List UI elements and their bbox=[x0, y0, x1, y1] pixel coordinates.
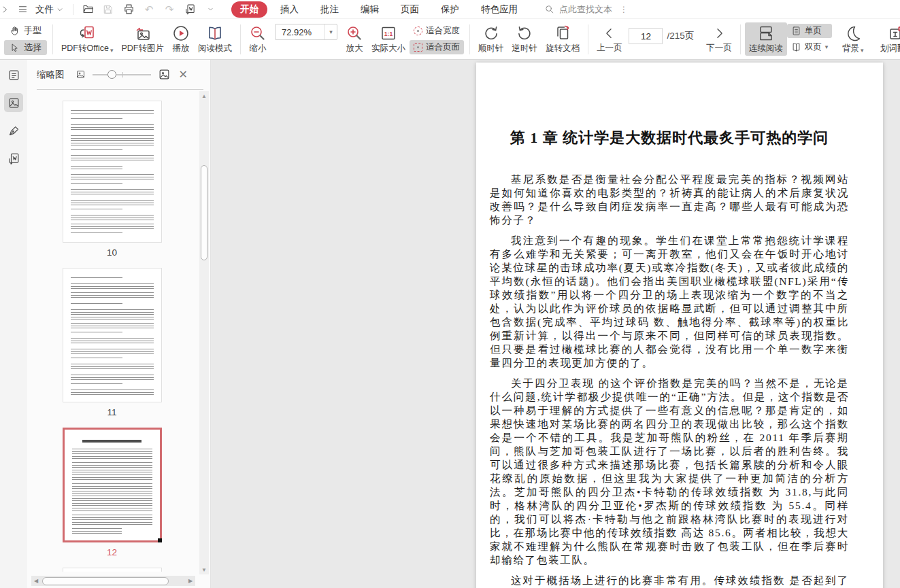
divider bbox=[52, 24, 53, 54]
scroll-down-icon[interactable]: ▼ bbox=[201, 565, 207, 574]
export-panel-icon[interactable] bbox=[4, 149, 23, 168]
thumbnail-smaller-icon[interactable] bbox=[76, 69, 86, 80]
actual-size-icon: 1:1 bbox=[380, 24, 397, 42]
zoom-in-icon bbox=[346, 24, 363, 42]
scrollbar-track[interactable] bbox=[199, 101, 209, 565]
pdf-to-office-button[interactable]: PDF转Office ▾ bbox=[57, 22, 117, 56]
more-options-icon[interactable]: ⋮ bbox=[620, 5, 628, 14]
outline-panel-icon[interactable] bbox=[4, 65, 23, 84]
pdf-to-image-icon bbox=[134, 24, 152, 42]
chevron-down-icon bbox=[56, 6, 63, 13]
play-icon bbox=[172, 24, 190, 42]
slider-handle[interactable] bbox=[107, 70, 116, 79]
save-icon[interactable] bbox=[99, 2, 117, 17]
close-panel-icon[interactable]: ✕ bbox=[179, 69, 188, 80]
zoom-out-button[interactable]: 缩小 bbox=[245, 22, 271, 56]
translate-label: 划词翻译 bbox=[880, 44, 900, 54]
main-area: 缩略图 ✕ bbox=[0, 60, 900, 588]
rotate-cw-label: 顺时针 bbox=[478, 44, 504, 54]
actual-size-button[interactable]: 1:1 实际大小 bbox=[367, 22, 410, 56]
page-number-input[interactable] bbox=[629, 28, 663, 44]
background-label: 背景 bbox=[842, 44, 859, 54]
chevron-down-icon[interactable] bbox=[201, 2, 219, 17]
zoom-level-input[interactable] bbox=[276, 25, 324, 39]
app-logo-icon[interactable] bbox=[0, 2, 14, 17]
translate-icon bbox=[888, 24, 900, 42]
document-page[interactable]: 第 1 章 统计学是大数据时代最炙手可热的学问 基尼系数是否是衡量社会分配公平程… bbox=[476, 63, 883, 588]
rotate-document-button[interactable]: 旋转文档 bbox=[541, 22, 584, 56]
thumbnail-size-slider[interactable] bbox=[93, 70, 151, 80]
chevron-down-icon: ▾ bbox=[825, 44, 829, 50]
thumbnail-page-label: 11 bbox=[27, 407, 197, 417]
thumbnail-item-page-10[interactable] bbox=[63, 101, 162, 243]
scrollbar-track[interactable] bbox=[41, 576, 186, 586]
pdf-to-image-button[interactable]: PDF转图片 bbox=[117, 22, 168, 56]
play-button[interactable]: 播放 bbox=[168, 22, 194, 56]
tab-special-features[interactable]: 特色应用 bbox=[472, 1, 527, 18]
thumbnail-panel-icon[interactable] bbox=[4, 93, 23, 112]
background-button[interactable]: 背景 ▾ bbox=[838, 22, 868, 56]
find-text-label: 点此查找文本 bbox=[559, 3, 612, 16]
thumbnail-page-label: 12 bbox=[27, 547, 197, 557]
print-icon[interactable] bbox=[120, 2, 137, 17]
divider bbox=[73, 4, 73, 15]
thumbnail-horizontal-scrollbar[interactable]: ◀ ▶ bbox=[31, 576, 195, 586]
tab-protect[interactable]: 保护 bbox=[432, 1, 468, 18]
select-tool-button[interactable]: 选择 bbox=[4, 40, 47, 55]
read-mode-button[interactable]: 阅读模式 bbox=[194, 22, 236, 56]
undo-icon[interactable]: ↶ bbox=[140, 2, 158, 17]
scrollbar-thumb[interactable] bbox=[42, 577, 169, 585]
tab-page[interactable]: 页面 bbox=[392, 1, 428, 18]
open-file-icon[interactable] bbox=[79, 2, 97, 17]
thumbnail-item-page-11[interactable] bbox=[63, 268, 162, 402]
select-tool-label: 选择 bbox=[24, 41, 41, 54]
prev-page-button[interactable]: 上一页 bbox=[593, 23, 627, 55]
continuous-reading-button[interactable]: 连续阅读 bbox=[745, 22, 787, 56]
thumbnail-item-page-12[interactable] bbox=[63, 428, 162, 542]
fit-page-button[interactable]: 适合页面 bbox=[410, 40, 464, 54]
translate-on-select-button[interactable]: 划词翻译 bbox=[876, 22, 900, 56]
rotate-document-icon bbox=[554, 24, 571, 42]
thumbnail-item-page-13[interactable] bbox=[63, 568, 162, 572]
tab-comment[interactable]: 批注 bbox=[312, 1, 348, 18]
thumbnail-vertical-scrollbar[interactable]: ▲ ▼ bbox=[199, 91, 209, 574]
fit-width-button[interactable]: 适合宽度 bbox=[410, 24, 464, 38]
zoom-in-button[interactable]: 放大 bbox=[341, 22, 367, 56]
thumbnail-larger-icon[interactable] bbox=[158, 68, 171, 81]
tab-edit[interactable]: 编辑 bbox=[352, 1, 388, 18]
rotate-counterclockwise-icon bbox=[516, 24, 533, 42]
single-page-button[interactable]: 单页 bbox=[787, 24, 833, 38]
find-text-button[interactable]: 点此查找文本 ⋮ bbox=[544, 3, 628, 16]
document-paragraph: 我注意到一个有趣的现象。学生们在课堂上常常抱怨统计学课程有多么难学和无关紧要；可… bbox=[490, 234, 849, 370]
scroll-up-icon[interactable]: ▲ bbox=[201, 91, 207, 101]
page-navigation-group: 上一页 /215页 下一页 bbox=[593, 23, 736, 55]
scroll-right-icon[interactable]: ▶ bbox=[186, 578, 195, 584]
next-page-button[interactable]: 下一页 bbox=[702, 23, 736, 55]
rotate-clockwise-button[interactable]: 顺时针 bbox=[474, 22, 508, 56]
prev-page-label: 上一页 bbox=[597, 44, 622, 53]
read-mode-icon bbox=[206, 24, 224, 42]
tab-insert[interactable]: 插入 bbox=[271, 1, 307, 18]
divider bbox=[469, 24, 470, 54]
annotation-pen-icon[interactable] bbox=[4, 121, 23, 140]
hand-icon bbox=[10, 26, 20, 36]
toolbar: 手型 选择 PDF转Office ▾ bbox=[0, 19, 900, 60]
file-menu-label: 文件 bbox=[35, 3, 54, 16]
double-page-button[interactable]: 双页 ▾ bbox=[787, 40, 833, 54]
document-area[interactable]: 第 1 章 统计学是大数据时代最炙手可热的学问 基尼系数是否是衡量社会分配公平程… bbox=[211, 60, 900, 588]
file-menu-button[interactable]: 文件 bbox=[31, 2, 67, 17]
continuous-reading-label: 连续阅读 bbox=[749, 44, 783, 54]
zoom-dropdown-button[interactable]: ▾ bbox=[324, 24, 337, 39]
thumbnail-panel: 缩略图 ✕ bbox=[27, 60, 211, 588]
hand-tool-button[interactable]: 手型 bbox=[4, 23, 47, 38]
tab-start[interactable]: 开始 bbox=[231, 1, 267, 18]
scrollbar-thumb[interactable] bbox=[201, 165, 207, 260]
export-word-icon[interactable] bbox=[181, 2, 199, 17]
moon-icon bbox=[844, 24, 862, 42]
hamburger-menu-icon[interactable] bbox=[14, 2, 31, 17]
rotate-counterclockwise-button[interactable]: 逆时针 bbox=[507, 22, 541, 56]
fit-group: 适合宽度 适合页面 bbox=[410, 24, 464, 54]
scroll-left-icon[interactable]: ◀ bbox=[31, 578, 41, 584]
thumbnail-content bbox=[71, 440, 154, 534]
redo-icon[interactable]: ↷ bbox=[161, 2, 178, 17]
